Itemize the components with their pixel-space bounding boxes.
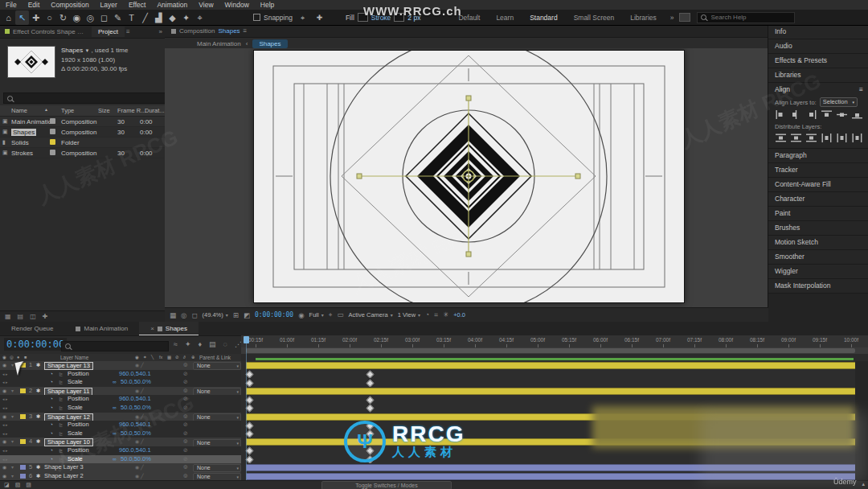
- panel-overflow-icon[interactable]: »: [159, 28, 162, 35]
- distribute-right-icon[interactable]: [851, 133, 863, 143]
- keyframe-icon[interactable]: [246, 405, 254, 413]
- breadcrumb-current[interactable]: Shapes: [252, 39, 287, 48]
- workspace-standard[interactable]: Standard: [522, 14, 565, 22]
- keyframe-icon[interactable]: [246, 371, 254, 379]
- parent-pickwhip-icon[interactable]: ⊚: [183, 413, 188, 421]
- work-area-bar[interactable]: [241, 347, 868, 354]
- sort-icon[interactable]: ▲: [44, 107, 48, 112]
- panel-paint[interactable]: Paint: [768, 207, 868, 221]
- shape-tool-icon[interactable]: ◻: [97, 10, 111, 25]
- stopwatch-icon[interactable]: ◔: [50, 370, 53, 379]
- workspace-manager-icon[interactable]: [679, 13, 690, 22]
- keyframe-icon[interactable]: [246, 456, 254, 464]
- label-color-chip[interactable]: [50, 150, 55, 155]
- layer-switches[interactable]: ◉ ╱: [135, 413, 144, 421]
- keyframe-navigator[interactable]: ◂ ▸: [2, 446, 7, 455]
- property-name[interactable]: Position: [68, 446, 89, 455]
- column-size[interactable]: Size: [98, 107, 110, 114]
- flowchart-icon[interactable]: ⌗: [434, 310, 438, 319]
- project-item-shapes[interactable]: ▣ShapesComposition300:00: [0, 127, 165, 138]
- twirl-icon[interactable]: ▾: [11, 413, 14, 421]
- property-name[interactable]: Scale: [68, 378, 83, 387]
- stopwatch-icon[interactable]: ◔: [50, 446, 53, 455]
- keyframe-icon[interactable]: [246, 379, 254, 387]
- eye-icon[interactable]: ◉: [2, 463, 6, 472]
- keyframe-icon[interactable]: [366, 405, 375, 413]
- help-search-box[interactable]: [697, 12, 795, 23]
- property-row[interactable]: ◂ ▸◔⊵Scale∞50.0,50.0%⊘: [0, 378, 868, 387]
- help-search-input[interactable]: [710, 13, 785, 22]
- property-name[interactable]: Position: [68, 421, 89, 429]
- panel-paragraph[interactable]: Paragraph: [768, 149, 868, 163]
- shy-icon[interactable]: ♦: [199, 340, 203, 348]
- keyframe-icon[interactable]: [366, 456, 375, 464]
- pen-tool-icon[interactable]: ✎: [111, 10, 125, 25]
- keyframe-navigator[interactable]: ◂ ▸: [2, 421, 7, 429]
- tab-project[interactable]: Project: [92, 27, 125, 37]
- timeline-search-box[interactable]: [61, 341, 169, 351]
- timeline-tab-render-queue[interactable]: Render Queue: [0, 322, 64, 335]
- menu-file[interactable]: File: [0, 1, 23, 9]
- selection-tool-icon[interactable]: ↖: [15, 10, 29, 25]
- keyframe-icon[interactable]: [366, 371, 375, 379]
- label-color-chip[interactable]: [20, 414, 26, 419]
- label-color-chip[interactable]: [20, 465, 26, 470]
- layer-switches[interactable]: ◉ ╱: [135, 463, 144, 472]
- home-tool-icon[interactable]: ⌂: [2, 10, 15, 25]
- item-name[interactable]: Shapes: [11, 129, 36, 136]
- safe-margins-icon[interactable]: ⊞: [233, 311, 239, 319]
- column-type[interactable]: Type: [61, 107, 74, 114]
- twirl-icon[interactable]: ▾: [11, 387, 14, 396]
- stopwatch-icon[interactable]: ◔: [50, 429, 53, 438]
- parent-pickwhip-icon[interactable]: ⊚: [183, 387, 188, 396]
- resolution-dropdown[interactable]: Full ▾: [309, 311, 324, 318]
- keyframe-icon[interactable]: [246, 447, 254, 455]
- layer-row[interactable]: ◉▾2✱Shape Layer 11◉ ╱⊚None▾: [0, 387, 868, 396]
- panel-tracker[interactable]: Tracker: [768, 163, 868, 178]
- close-icon[interactable]: ×: [150, 325, 154, 332]
- panel-mask-interpolation[interactable]: Mask Interpolation: [768, 279, 868, 294]
- motion-blur-icon[interactable]: ◌: [223, 340, 227, 348]
- layer-name[interactable]: Shape Layer 10: [44, 438, 93, 446]
- property-value[interactable]: 960.0,540.1: [119, 446, 151, 455]
- time-ruler[interactable]: 00:15f01:00f01:15f02:00f02:15f03:00f03:1…: [241, 335, 868, 348]
- timeline-tab-shapes[interactable]: ×Shapes: [139, 322, 199, 335]
- keyframe-navigator[interactable]: ◂ ▸: [2, 378, 7, 387]
- label-color-chip[interactable]: [20, 439, 26, 444]
- channels-icon[interactable]: ◩: [244, 311, 250, 319]
- property-value[interactable]: 50.0,50.0%: [121, 429, 151, 438]
- exposure-icon[interactable]: ✳: [443, 310, 448, 319]
- exposure-value[interactable]: +0.0: [453, 311, 465, 318]
- audio-column-icon[interactable]: ◎: [10, 355, 14, 360]
- panel-character[interactable]: Character: [768, 192, 868, 207]
- item-name[interactable]: Solids: [11, 139, 29, 146]
- panel-motion-sketch[interactable]: Motion Sketch: [768, 236, 868, 250]
- panel-effects-presets[interactable]: Effects & Presets: [768, 54, 868, 68]
- hand-tool-icon[interactable]: ✚: [29, 10, 43, 25]
- eye-icon[interactable]: ◉: [2, 472, 6, 481]
- property-row[interactable]: ◂ ▸◔⊵Position960.0,540.1⊘: [0, 395, 868, 404]
- keyframe-navigator[interactable]: ◂ ▸: [2, 395, 7, 404]
- menu-effect[interactable]: Effect: [123, 1, 152, 9]
- lock-column-icon[interactable]: ■: [24, 355, 27, 360]
- project-item-strokes[interactable]: ▣StrokesComposition300:00: [0, 148, 165, 158]
- solo-column-icon[interactable]: ●: [17, 355, 19, 360]
- layer-switches[interactable]: ◉ ╱: [135, 438, 144, 446]
- stopwatch-icon[interactable]: ◔: [50, 404, 53, 413]
- link-dimensions-icon[interactable]: ∞: [113, 455, 117, 464]
- align-panel-title[interactable]: Align: [775, 83, 790, 96]
- project-search-box[interactable]: [3, 92, 166, 104]
- stopwatch-icon[interactable]: ◔: [50, 421, 53, 429]
- toggle-switches-button[interactable]: Toggle Switches / Modes: [321, 481, 452, 489]
- link-dimensions-icon[interactable]: ∞: [113, 404, 117, 413]
- keyframe-icon[interactable]: [246, 396, 254, 404]
- view-layout-dropdown[interactable]: 1 View ▾: [398, 311, 420, 318]
- layer-duration-bar[interactable]: [246, 388, 868, 395]
- twirl-icon[interactable]: ▾: [11, 463, 14, 472]
- clone-stamp-tool-icon[interactable]: ▟: [152, 10, 166, 25]
- link-dimensions-icon[interactable]: ∞: [113, 378, 117, 387]
- layer-switches[interactable]: ◉ ╱: [135, 387, 144, 396]
- column-parent-link[interactable]: Parent & Link: [199, 355, 231, 360]
- label-color-chip[interactable]: [50, 139, 55, 145]
- panel-smoother[interactable]: Smoother: [768, 250, 868, 265]
